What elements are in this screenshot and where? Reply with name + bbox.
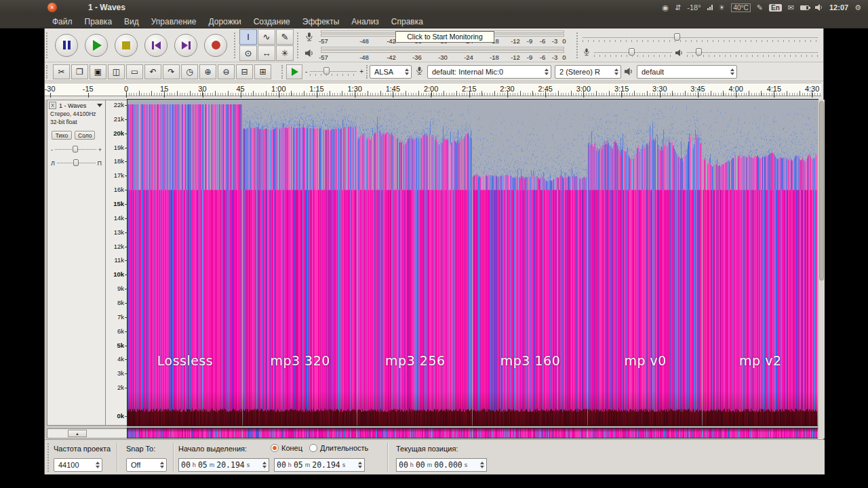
draw-tool[interactable]: ✎ [276, 29, 294, 45]
spinner-arrows-icon[interactable] [92, 462, 100, 468]
pen-icon[interactable]: ✎ [757, 4, 763, 12]
input-device-select[interactable]: default: Internal Mic:0 [427, 65, 551, 79]
zoom-in-button[interactable]: ⊕ [199, 64, 216, 79]
snap-to-select[interactable]: Off [126, 458, 167, 472]
undo-button[interactable]: ↶ [144, 64, 161, 79]
menu-item-Вид[interactable]: Вид [118, 16, 145, 28]
toolbar-grip[interactable] [46, 33, 47, 58]
spectrogram-canvas[interactable] [127, 100, 818, 426]
input-channels-select[interactable]: 2 (Stereo) R [555, 65, 621, 79]
multi-tool[interactable]: ✳ [276, 45, 294, 61]
timeline-ruler[interactable]: -30-1501530451:001:151:301:452:002:152:3… [45, 83, 821, 96]
selection-end-radio[interactable]: Конец [271, 444, 302, 452]
window-close-button[interactable]: × [47, 3, 57, 12]
zoom-tool[interactable]: ⊙ [239, 45, 257, 61]
menu-item-Эффекты[interactable]: Эффекты [296, 16, 346, 28]
toolbar-grip[interactable] [47, 443, 49, 472]
slider-thumb[interactable] [73, 146, 78, 152]
play-button[interactable] [85, 34, 108, 57]
playback-speed-slider[interactable] [310, 67, 357, 76]
vertical-scrollbar-thumb[interactable] [819, 101, 824, 281]
menu-item-Анализ[interactable]: Анализ [345, 16, 385, 28]
pause-button[interactable] [55, 34, 78, 57]
slider-thumb[interactable] [696, 48, 702, 56]
zoom-out-button[interactable]: ⊖ [218, 64, 235, 79]
skip-to-start-button[interactable] [144, 34, 167, 57]
session-gear-icon[interactable]: ⚙ [854, 4, 861, 12]
selection-duration-radio[interactable]: Длительность [309, 444, 368, 452]
spinner-arrows-icon[interactable] [727, 68, 734, 75]
spinner-arrows-icon[interactable] [611, 68, 618, 75]
project-rate-select[interactable]: 44100 [54, 458, 102, 472]
solo-button[interactable]: Соло [75, 131, 95, 140]
spinner-arrows-icon[interactable] [355, 462, 362, 468]
slider-thumb[interactable] [674, 33, 680, 41]
current-position-field[interactable]: 00h00m00.000s [396, 458, 487, 472]
spinner-arrows-icon[interactable] [541, 68, 549, 75]
selection-tool[interactable]: I [239, 29, 257, 45]
toolbar-grip[interactable] [297, 33, 298, 58]
collapse-track-button[interactable]: ▲ [68, 430, 87, 437]
battery-icon[interactable] [800, 5, 809, 10]
trim-button[interactable]: ◫ [108, 64, 125, 79]
sync-lock-button[interactable]: ◷ [181, 64, 198, 79]
playback-volume-slider[interactable] [687, 48, 818, 57]
slider-thumb[interactable] [629, 48, 635, 56]
record-button[interactable] [204, 34, 227, 57]
recording-meter[interactable]: Click to Start Monitoring -57-48-42-36-3… [302, 30, 574, 45]
play-at-speed-button[interactable] [286, 64, 302, 79]
right-channel-spectrogram-canvas[interactable] [127, 428, 818, 438]
menu-item-Создание[interactable]: Создание [248, 16, 296, 28]
envelope-tool[interactable]: ∿ [258, 29, 275, 45]
slider-thumb[interactable] [73, 159, 79, 166]
selection-end-field[interactable]: 00h05m20.194s [274, 458, 365, 472]
menu-item-Справка[interactable]: Справка [385, 16, 429, 28]
copy-button[interactable]: ❐ [71, 64, 88, 79]
spinner-arrows-icon[interactable] [477, 462, 484, 468]
monitoring-tooltip[interactable]: Click to Start Monitoring [395, 31, 494, 43]
toolbar-grip[interactable] [234, 33, 235, 58]
paste-button[interactable]: ▣ [90, 64, 106, 79]
output-device-select[interactable]: default [637, 65, 737, 79]
spinner-arrows-icon[interactable] [157, 462, 164, 468]
fit-selection-button[interactable]: ⊟ [236, 64, 253, 79]
status-indicator-icon[interactable]: ◉ [662, 4, 669, 12]
menu-item-Управление[interactable]: Управление [145, 16, 203, 28]
audio-host-select[interactable]: ALSA [370, 65, 412, 79]
keyboard-layout-indicator[interactable]: En [769, 4, 782, 12]
spinner-arrows-icon[interactable] [401, 68, 409, 75]
brightness-icon[interactable]: ☀ [719, 4, 726, 12]
toolbar-grip[interactable] [46, 65, 47, 79]
mail-icon[interactable]: ✉ [788, 4, 794, 12]
toolbar-grip[interactable] [366, 65, 368, 79]
track-name-menu[interactable]: 1 - Waves [58, 102, 104, 109]
mute-button[interactable]: Тихо [52, 131, 72, 140]
sync-arrows-icon[interactable]: ⇵ [675, 4, 681, 12]
menu-item-Файл[interactable]: Файл [46, 16, 79, 28]
toolbar-grip[interactable] [281, 65, 283, 79]
pan-slider[interactable] [57, 159, 96, 167]
output-volume-slider[interactable] [583, 33, 818, 42]
spinner-arrows-icon[interactable] [259, 462, 267, 468]
menu-item-Правка[interactable]: Правка [79, 16, 119, 28]
track-close-button[interactable]: X [49, 102, 56, 109]
input-volume-slider[interactable] [594, 48, 672, 57]
menu-item-Дорожки[interactable]: Дорожки [203, 16, 248, 28]
redo-button[interactable]: ↷ [163, 64, 180, 79]
vertical-scrollbar[interactable] [818, 100, 825, 439]
spectrogram-view[interactable]: Losslessmp3 320mp3 256mp3 160mp v0mp v2 [127, 100, 818, 426]
skip-to-end-button[interactable] [174, 34, 197, 57]
gain-slider[interactable] [55, 146, 96, 153]
network-signal-icon[interactable] [707, 5, 713, 10]
selection-start-field[interactable]: 00h05m20.194s [178, 458, 269, 472]
silence-button[interactable]: ▭ [126, 64, 143, 79]
stop-button[interactable] [115, 34, 138, 57]
cut-button[interactable]: ✂ [53, 64, 70, 79]
timeshift-tool[interactable]: ↔ [258, 45, 275, 61]
slider-thumb[interactable] [323, 67, 330, 75]
volume-icon[interactable] [815, 4, 823, 11]
playback-meter[interactable]: -57-48-42-36-30-24-18-12-9-6-30 [302, 46, 574, 61]
fit-project-button[interactable]: ⊞ [254, 64, 271, 79]
toolbar-grip[interactable] [576, 33, 578, 58]
clock[interactable]: 12:07 [829, 3, 848, 12]
